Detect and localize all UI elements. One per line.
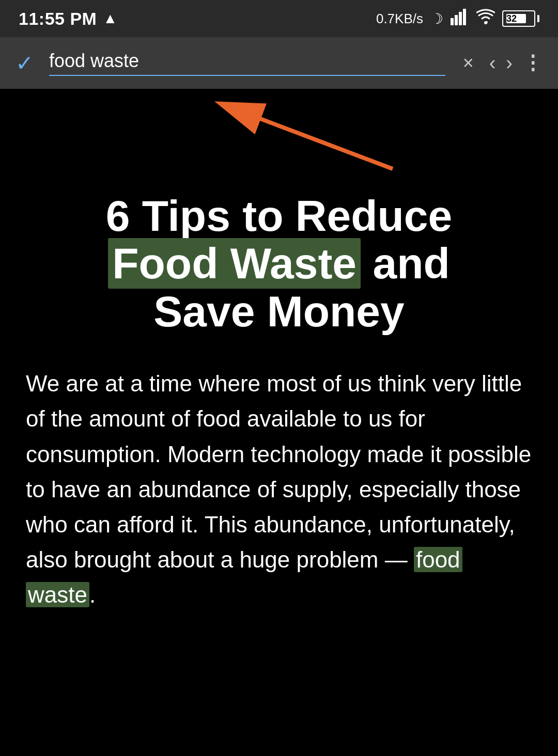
arrow-annotation xyxy=(0,89,558,171)
main-content: 6 Tips to Reduce Food Waste and Save Mon… xyxy=(0,171,558,643)
arrow-svg xyxy=(0,89,558,171)
search-navigation: ‹ › ⋮ xyxy=(489,52,542,74)
confirm-button[interactable]: ✓ xyxy=(16,51,34,76)
alert-icon: ▲ xyxy=(103,10,117,27)
title-and: and xyxy=(373,239,450,288)
body-highlight-food: food xyxy=(414,547,462,572)
status-left: 11:55 PM ▲ xyxy=(19,9,117,29)
signal-icon xyxy=(451,8,469,30)
body-highlight-waste: waste xyxy=(26,582,89,607)
title-highlight: Food Waste xyxy=(108,238,361,289)
status-right: 0.7KB/s ☽ 32 xyxy=(376,8,539,30)
title-line3: Save Money xyxy=(153,287,405,336)
svg-rect-0 xyxy=(451,18,454,25)
svg-rect-1 xyxy=(455,15,458,25)
prev-result-button[interactable]: ‹ xyxy=(489,52,496,74)
wifi-icon xyxy=(476,9,495,29)
body-text-1: We are at a time where most of us think … xyxy=(26,371,531,572)
next-result-button[interactable]: › xyxy=(506,52,513,74)
clear-button[interactable]: × xyxy=(463,52,474,74)
title-line1: 6 Tips to Reduce xyxy=(106,192,453,240)
search-input-container xyxy=(49,50,447,76)
article-title: 6 Tips to Reduce Food Waste and Save Mon… xyxy=(26,192,532,335)
body-text-3: . xyxy=(89,582,96,607)
article-body: We are at a time where most of us think … xyxy=(26,366,532,612)
status-bar: 11:55 PM ▲ 0.7KB/s ☽ xyxy=(0,0,558,37)
svg-line-6 xyxy=(222,104,393,169)
moon-icon: ☽ xyxy=(430,10,443,27)
svg-point-4 xyxy=(484,21,487,24)
svg-rect-2 xyxy=(459,12,462,25)
battery-icon: 32 xyxy=(502,10,539,27)
status-time: 11:55 PM xyxy=(19,9,97,29)
search-input[interactable] xyxy=(49,50,445,76)
battery-level: 32 xyxy=(506,13,517,24)
svg-rect-3 xyxy=(463,9,466,25)
network-speed: 0.7KB/s xyxy=(376,11,423,27)
search-bar: ✓ × ‹ › ⋮ xyxy=(0,37,558,89)
more-options-button[interactable]: ⋮ xyxy=(523,52,542,74)
